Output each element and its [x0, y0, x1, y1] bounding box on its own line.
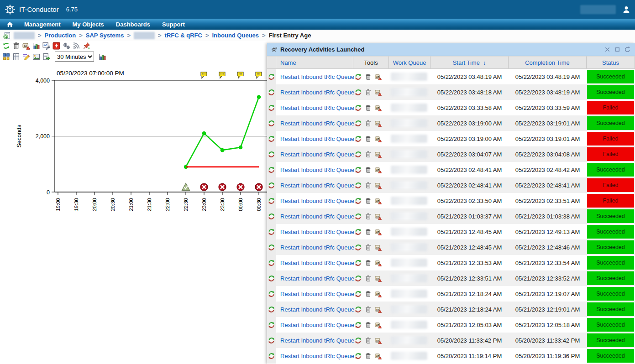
panel-maximize-button[interactable]	[614, 46, 621, 53]
tool-trash-icon[interactable]	[365, 275, 372, 282]
column-header-start-time[interactable]: Start Time↓	[430, 56, 509, 68]
activity-type-icon[interactable]	[268, 291, 275, 297]
tool-restart-icon[interactable]	[355, 244, 362, 251]
activity-name-link[interactable]: Restart Inbound tRfc Queue	[280, 166, 354, 173]
tool-restart-icon[interactable]	[355, 120, 362, 127]
column-header-status[interactable]: Status	[587, 56, 635, 68]
tool-trash-icon[interactable]	[365, 73, 372, 80]
error-mark-icon[interactable]	[219, 183, 226, 191]
pin-icon[interactable]	[83, 42, 90, 50]
activity-type-icon[interactable]	[268, 337, 275, 344]
breadcrumb-item-trfc-qrfc[interactable]: tRFC & qRFC	[165, 32, 202, 39]
tool-restart-icon[interactable]	[355, 198, 362, 204]
activity-type-icon[interactable]	[268, 73, 275, 80]
home-button[interactable]	[6, 21, 13, 28]
breadcrumb-item-inbound-queues[interactable]: Inbound Queues	[212, 32, 259, 39]
compare-icon[interactable]	[2, 53, 10, 61]
signal-icon[interactable]	[73, 42, 80, 50]
object-page-icon[interactable]	[3, 32, 10, 39]
comment-flag-icon[interactable]	[201, 72, 207, 78]
tool-alarm-icon[interactable]: AT	[375, 89, 382, 96]
tool-restart-icon[interactable]	[355, 260, 362, 266]
activity-type-icon[interactable]	[268, 213, 275, 220]
tool-alarm-icon[interactable]: AT	[375, 182, 382, 189]
trash-icon[interactable]	[12, 42, 20, 50]
chart-tools-icon[interactable]	[42, 42, 50, 50]
activity-name-link[interactable]: Restart Inbound tRfc Queue	[280, 322, 354, 328]
activity-type-icon[interactable]	[268, 306, 275, 313]
activity-name-link[interactable]: Restart Inbound tRfc Queue	[280, 135, 354, 142]
tool-trash-icon[interactable]	[365, 89, 372, 96]
activity-name-link[interactable]: Restart Inbound tRfc Queue	[280, 306, 354, 313]
interval-select[interactable]: 30 Minutes	[55, 52, 94, 62]
activity-name-link[interactable]: Restart Inbound tRfc Queue	[280, 229, 354, 235]
tool-restart-icon[interactable]	[355, 291, 362, 297]
refresh-icon[interactable]	[2, 42, 10, 50]
activity-name-link[interactable]: Restart Inbound tRfc Queue	[280, 73, 354, 80]
activity-name-link[interactable]: Restart Inbound tRfc Queue	[280, 213, 354, 220]
tool-restart-icon[interactable]	[355, 89, 362, 96]
activity-type-icon[interactable]	[268, 353, 275, 359]
breadcrumb-item-sap-systems[interactable]: SAP Systems	[86, 32, 124, 39]
tool-alarm-icon[interactable]: AT	[375, 260, 382, 266]
panel-close-button[interactable]	[604, 46, 611, 53]
tool-alarm-icon[interactable]: AT	[375, 73, 382, 80]
flash-icon[interactable]	[52, 42, 60, 50]
column-header-tools[interactable]: Tools	[353, 56, 389, 68]
tool-alarm-icon[interactable]: AT	[375, 337, 382, 344]
activity-name-link[interactable]: Restart Inbound tRfc Queue	[280, 104, 354, 111]
panel-reload-button[interactable]	[624, 46, 631, 53]
tool-alarm-icon[interactable]: AT	[375, 135, 382, 142]
activity-name-link[interactable]: Restart Inbound tRfc Queue	[280, 260, 354, 266]
activity-type-icon[interactable]	[268, 260, 275, 266]
activity-name-link[interactable]: Restart Inbound tRfc Queue	[280, 151, 354, 158]
tool-restart-icon[interactable]	[355, 337, 362, 344]
chart-icon[interactable]	[99, 53, 106, 61]
tool-alarm-icon[interactable]: AT	[375, 275, 382, 282]
tool-alarm-icon[interactable]: AT	[375, 151, 382, 158]
activity-type-icon[interactable]	[268, 166, 275, 173]
tool-trash-icon[interactable]	[365, 322, 372, 328]
activity-type-icon[interactable]	[268, 244, 275, 251]
tool-alarm-icon[interactable]: AT	[375, 244, 382, 251]
tool-restart-icon[interactable]	[355, 73, 362, 80]
gears-icon[interactable]	[63, 42, 70, 50]
tool-trash-icon[interactable]	[365, 337, 372, 344]
activity-type-icon[interactable]	[268, 151, 275, 158]
activity-type-icon[interactable]	[268, 104, 275, 111]
tool-restart-icon[interactable]	[355, 104, 362, 111]
activity-type-icon[interactable]	[268, 182, 275, 189]
tool-restart-icon[interactable]	[355, 229, 362, 235]
tool-alarm-icon[interactable]: AT	[375, 120, 382, 127]
column-header-work-queue[interactable]: Work Queue	[389, 56, 430, 68]
tool-trash-icon[interactable]	[365, 135, 372, 142]
warning-mark-icon[interactable]	[182, 183, 190, 191]
spreadsheet-icon[interactable]	[12, 53, 20, 61]
menu-item-support[interactable]: Support	[162, 21, 185, 28]
alarm-icon[interactable]: AT	[22, 42, 30, 50]
error-mark-icon[interactable]	[237, 183, 244, 191]
tool-trash-icon[interactable]	[365, 244, 372, 251]
tool-trash-icon[interactable]	[365, 353, 372, 359]
activity-type-icon[interactable]	[268, 275, 275, 282]
tool-trash-icon[interactable]	[365, 306, 372, 313]
user-profile-icon[interactable]	[622, 5, 630, 14]
activity-name-link[interactable]: Restart Inbound tRfc Queue	[280, 275, 354, 282]
activity-type-icon[interactable]	[268, 322, 275, 328]
tool-alarm-icon[interactable]: AT	[375, 306, 382, 313]
activity-type-icon[interactable]	[268, 89, 275, 96]
tool-trash-icon[interactable]	[365, 213, 372, 220]
tool-alarm-icon[interactable]: AT	[375, 198, 382, 204]
menu-item-dashboards[interactable]: Dashboards	[116, 21, 150, 28]
tool-alarm-icon[interactable]: AT	[375, 353, 382, 359]
tool-alarm-icon[interactable]: AT	[375, 291, 382, 297]
tool-trash-icon[interactable]	[365, 120, 372, 127]
tool-restart-icon[interactable]	[355, 182, 362, 189]
tool-trash-icon[interactable]	[365, 182, 372, 189]
activity-name-link[interactable]: Restart Inbound tRfc Queue	[280, 182, 354, 189]
tool-restart-icon[interactable]	[355, 213, 362, 220]
tool-restart-icon[interactable]	[355, 275, 362, 282]
comment-flag-icon[interactable]	[256, 72, 262, 78]
activity-name-link[interactable]: Restart Inbound tRfc Queue	[280, 89, 354, 96]
activity-name-link[interactable]: Restart Inbound tRfc Queue	[280, 120, 354, 127]
